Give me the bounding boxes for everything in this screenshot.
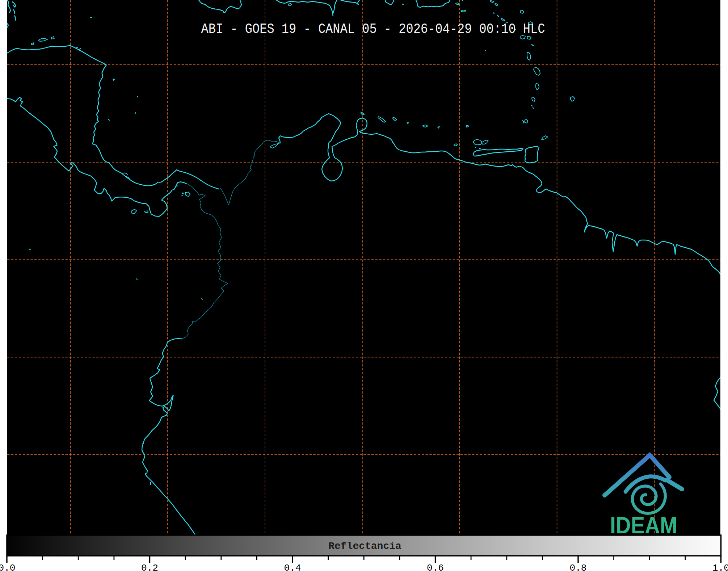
svg-text:1.0: 1.0: [712, 563, 728, 571]
svg-text:0.2: 0.2: [141, 563, 158, 571]
svg-text:0.8: 0.8: [570, 563, 587, 571]
svg-text:Reflectancia: Reflectancia: [328, 541, 401, 552]
svg-text:0.0: 0.0: [0, 563, 15, 571]
svg-text:ABI - GOES 19 - CANAL 05 - 202: ABI - GOES 19 - CANAL 05 - 2026-04-29 00…: [201, 21, 545, 37]
svg-text:0.4: 0.4: [284, 563, 301, 571]
svg-text:IDEAM: IDEAM: [610, 512, 677, 538]
svg-text:0.6: 0.6: [427, 563, 444, 571]
